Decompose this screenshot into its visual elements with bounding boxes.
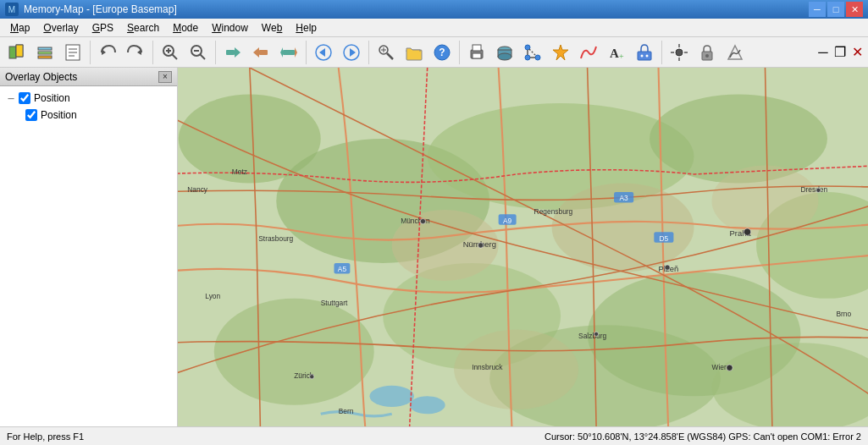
toolbar-close[interactable]: ✕	[849, 45, 865, 60]
zoom-in-button[interactable]	[157, 40, 184, 65]
svg-line-17	[200, 54, 205, 59]
menu-search[interactable]: Search	[120, 19, 166, 36]
svg-rect-0	[9, 47, 16, 58]
pan-button[interactable]	[275, 40, 302, 65]
map-button[interactable]	[3, 40, 30, 65]
svg-marker-22	[253, 47, 259, 58]
svg-text:Bern: Bern	[339, 407, 354, 415]
tree-label-position: Position	[34, 92, 70, 104]
toolbar-minimize[interactable]: ─	[815, 45, 831, 60]
cursor-info: Cursor: 50°10.608'N, 13°24.858'E (WGS84)…	[545, 431, 861, 442]
svg-marker-10	[102, 49, 106, 55]
svg-text:Dresden: Dresden	[800, 185, 827, 194]
tree-checkbox-position-child[interactable]	[25, 109, 37, 121]
svg-point-42	[498, 53, 511, 60]
overlay-panel: Overlay Objects × ─ Position Position	[0, 68, 178, 426]
back-button[interactable]	[310, 40, 337, 65]
svg-rect-52	[638, 52, 651, 60]
menu-help[interactable]: Help	[289, 19, 323, 36]
map-area[interactable]: Nürnberg Stuttgart Regensburg Plzeň Prah…	[178, 68, 868, 426]
svg-text:Salzburg: Salzburg	[578, 332, 606, 340]
svg-rect-21	[259, 50, 268, 55]
svg-point-45	[525, 55, 530, 60]
maximize-button[interactable]: □	[827, 2, 844, 17]
print-button[interactable]	[463, 40, 490, 65]
svg-text:Metz: Metz	[232, 168, 247, 176]
svg-text:München: München	[401, 217, 430, 225]
menu-web[interactable]: Web	[255, 19, 289, 36]
open-button[interactable]	[401, 40, 428, 65]
find-button[interactable]	[373, 40, 400, 65]
layers-button[interactable]	[31, 40, 58, 65]
svg-rect-19	[226, 50, 235, 55]
tree-item-position-child[interactable]: Position	[2, 107, 175, 124]
tree-expander-position[interactable]: ─	[5, 92, 17, 104]
svg-line-31	[387, 53, 393, 59]
gps-button[interactable]	[666, 40, 693, 65]
sep2	[152, 41, 153, 64]
sep7	[661, 41, 662, 64]
sep3	[215, 41, 216, 64]
lock-button[interactable]	[694, 40, 721, 65]
sep5	[368, 41, 369, 64]
overlay-tree: ─ Position Position	[0, 86, 177, 426]
svg-point-67	[650, 94, 827, 183]
redo-button[interactable]	[122, 40, 149, 65]
svg-rect-38	[473, 53, 481, 58]
pan-left-button[interactable]	[247, 40, 274, 65]
sep6	[459, 41, 460, 64]
svg-line-13	[172, 54, 177, 59]
3d-button[interactable]	[491, 40, 518, 65]
svg-rect-3	[38, 47, 52, 50]
waypoint-button[interactable]	[547, 40, 574, 65]
overlay-close-button[interactable]: ×	[158, 71, 172, 83]
svg-rect-5	[38, 56, 52, 58]
track-button[interactable]	[575, 40, 602, 65]
status-bar: For Help, press F1 Cursor: 50°10.608'N, …	[0, 426, 868, 445]
svg-text:Innsbruck: Innsbruck	[472, 363, 503, 371]
svg-text:Nancy: Nancy	[187, 185, 208, 194]
route-button[interactable]	[519, 40, 546, 65]
menu-gps[interactable]: GPS	[86, 19, 120, 36]
svg-marker-27	[319, 48, 325, 57]
svg-text:?: ?	[439, 47, 445, 58]
svg-text:A5: A5	[338, 265, 347, 273]
sep4	[306, 41, 307, 64]
minimize-button[interactable]: ─	[809, 2, 826, 17]
svg-marker-24	[280, 47, 283, 58]
svg-text:Brno: Brno	[836, 310, 851, 318]
profile-button[interactable]	[721, 40, 749, 65]
svg-marker-29	[350, 48, 356, 57]
toolbar-restore[interactable]: ❐	[832, 45, 848, 60]
window-title: Memory-Map - [Europe Basemap]	[24, 3, 177, 15]
forward-button[interactable]	[338, 40, 365, 65]
svg-point-44	[535, 55, 540, 60]
title-bar: M Memory-Map - [Europe Basemap] ─ □ ✕	[0, 0, 868, 19]
svg-point-53	[641, 54, 644, 57]
svg-point-104	[310, 375, 314, 379]
tree-item-position-parent[interactable]: ─ Position	[2, 90, 175, 107]
svg-point-70	[214, 299, 374, 405]
svg-text:A: A	[610, 47, 619, 60]
svg-point-101	[816, 188, 821, 192]
menu-mode[interactable]: Mode	[166, 19, 205, 36]
shop-button[interactable]	[631, 40, 658, 65]
svg-line-48	[529, 49, 536, 56]
pan-right-button[interactable]	[219, 40, 246, 65]
menu-window[interactable]: Window	[205, 19, 255, 36]
help-text: For Help, press F1	[7, 431, 84, 442]
text-button[interactable]: A+	[603, 40, 630, 65]
svg-marker-25	[295, 47, 297, 58]
notes-button[interactable]	[59, 40, 86, 65]
svg-point-97	[478, 243, 484, 248]
undo-button[interactable]	[94, 40, 121, 65]
close-button[interactable]: ✕	[846, 2, 863, 17]
tree-checkbox-position[interactable]	[19, 92, 30, 104]
help-icon-button[interactable]: ?	[428, 40, 456, 65]
svg-text:Regensburg: Regensburg	[534, 207, 573, 216]
svg-point-99	[665, 265, 670, 270]
zoom-out-button[interactable]	[185, 40, 212, 65]
menu-overlay[interactable]: Overlay	[36, 19, 85, 36]
svg-point-78	[369, 386, 413, 407]
menu-map[interactable]: Map	[3, 19, 36, 36]
